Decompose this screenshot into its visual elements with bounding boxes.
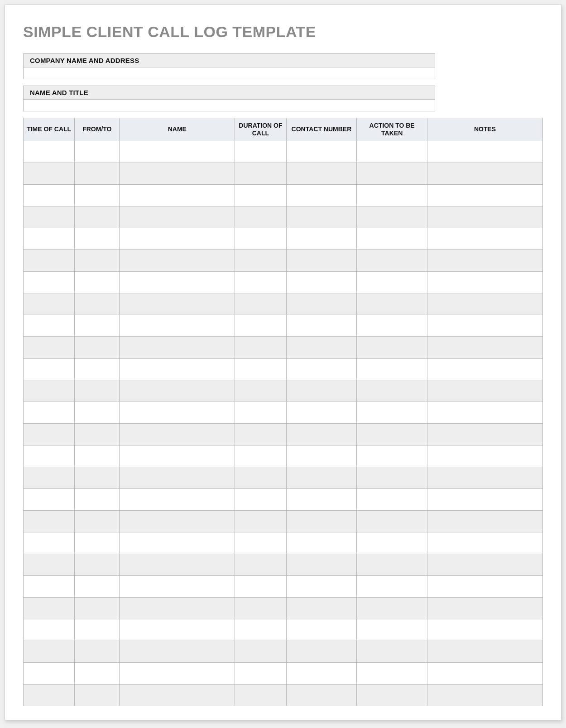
cell-contact_number[interactable] [286,249,357,271]
cell-name[interactable] [120,336,235,358]
cell-time_of_call[interactable] [24,249,75,271]
cell-duration[interactable] [235,532,286,554]
cell-notes[interactable] [427,228,543,249]
cell-contact_number[interactable] [286,619,357,641]
cell-notes[interactable] [427,684,543,706]
cell-time_of_call[interactable] [24,163,75,184]
cell-contact_number[interactable] [286,141,357,163]
cell-duration[interactable] [235,358,286,380]
cell-time_of_call[interactable] [24,662,75,684]
cell-duration[interactable] [235,575,286,597]
cell-action[interactable] [357,358,427,380]
cell-time_of_call[interactable] [24,575,75,597]
cell-contact_number[interactable] [286,206,357,228]
cell-duration[interactable] [235,402,286,423]
cell-name[interactable] [120,510,235,532]
cell-from_to[interactable] [75,380,120,402]
cell-from_to[interactable] [75,467,120,489]
cell-notes[interactable] [427,271,543,293]
cell-name[interactable] [120,684,235,706]
cell-from_to[interactable] [75,445,120,467]
cell-notes[interactable] [427,532,543,554]
cell-duration[interactable] [235,206,286,228]
cell-contact_number[interactable] [286,554,357,575]
cell-from_to[interactable] [75,336,120,358]
cell-from_to[interactable] [75,249,120,271]
cell-name[interactable] [120,423,235,445]
cell-name[interactable] [120,575,235,597]
cell-contact_number[interactable] [286,575,357,597]
cell-time_of_call[interactable] [24,510,75,532]
cell-contact_number[interactable] [286,684,357,706]
cell-time_of_call[interactable] [24,641,75,662]
cell-name[interactable] [120,141,235,163]
cell-action[interactable] [357,293,427,315]
cell-notes[interactable] [427,163,543,184]
name-title-value[interactable] [23,100,435,111]
cell-time_of_call[interactable] [24,445,75,467]
cell-contact_number[interactable] [286,467,357,489]
cell-duration[interactable] [235,141,286,163]
cell-duration[interactable] [235,315,286,336]
cell-from_to[interactable] [75,489,120,510]
cell-notes[interactable] [427,358,543,380]
cell-name[interactable] [120,249,235,271]
cell-from_to[interactable] [75,554,120,575]
cell-from_to[interactable] [75,619,120,641]
cell-name[interactable] [120,554,235,575]
cell-action[interactable] [357,271,427,293]
cell-name[interactable] [120,402,235,423]
cell-time_of_call[interactable] [24,293,75,315]
cell-name[interactable] [120,641,235,662]
cell-contact_number[interactable] [286,641,357,662]
cell-contact_number[interactable] [286,532,357,554]
cell-notes[interactable] [427,597,543,619]
cell-contact_number[interactable] [286,445,357,467]
cell-action[interactable] [357,597,427,619]
cell-action[interactable] [357,184,427,206]
cell-notes[interactable] [427,184,543,206]
cell-from_to[interactable] [75,163,120,184]
cell-notes[interactable] [427,554,543,575]
cell-duration[interactable] [235,619,286,641]
cell-action[interactable] [357,402,427,423]
cell-contact_number[interactable] [286,402,357,423]
cell-time_of_call[interactable] [24,141,75,163]
cell-name[interactable] [120,445,235,467]
cell-name[interactable] [120,597,235,619]
cell-contact_number[interactable] [286,315,357,336]
cell-name[interactable] [120,271,235,293]
cell-name[interactable] [120,662,235,684]
cell-action[interactable] [357,662,427,684]
cell-contact_number[interactable] [286,358,357,380]
cell-from_to[interactable] [75,141,120,163]
cell-time_of_call[interactable] [24,271,75,293]
cell-time_of_call[interactable] [24,619,75,641]
cell-action[interactable] [357,206,427,228]
cell-name[interactable] [120,532,235,554]
cell-name[interactable] [120,489,235,510]
cell-name[interactable] [120,163,235,184]
cell-from_to[interactable] [75,423,120,445]
cell-action[interactable] [357,163,427,184]
cell-time_of_call[interactable] [24,206,75,228]
cell-contact_number[interactable] [286,662,357,684]
cell-from_to[interactable] [75,575,120,597]
cell-action[interactable] [357,228,427,249]
cell-duration[interactable] [235,662,286,684]
cell-from_to[interactable] [75,271,120,293]
cell-notes[interactable] [427,402,543,423]
cell-action[interactable] [357,575,427,597]
cell-name[interactable] [120,293,235,315]
cell-notes[interactable] [427,141,543,163]
cell-notes[interactable] [427,423,543,445]
cell-from_to[interactable] [75,228,120,249]
cell-action[interactable] [357,489,427,510]
cell-from_to[interactable] [75,662,120,684]
cell-time_of_call[interactable] [24,467,75,489]
cell-time_of_call[interactable] [24,184,75,206]
cell-notes[interactable] [427,445,543,467]
cell-duration[interactable] [235,184,286,206]
cell-notes[interactable] [427,641,543,662]
cell-duration[interactable] [235,423,286,445]
